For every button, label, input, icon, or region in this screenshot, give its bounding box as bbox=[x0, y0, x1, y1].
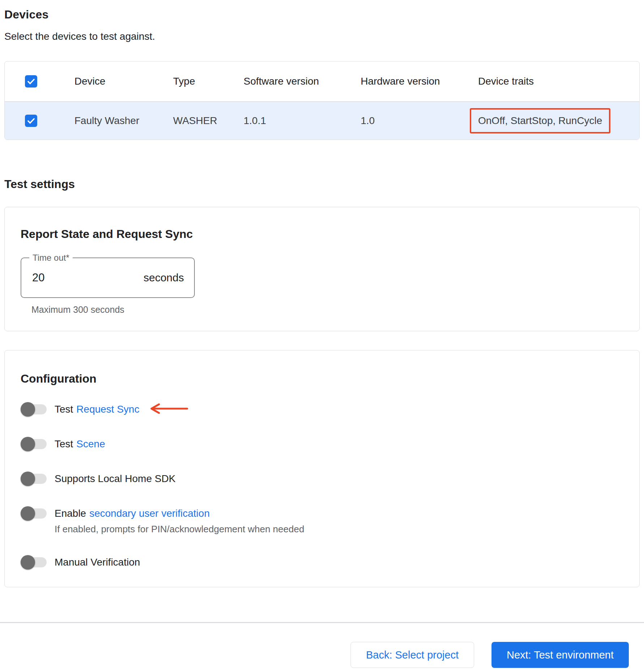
device-traits-value: OnOff, StartStop, RunCycle bbox=[478, 115, 602, 126]
left-arrow-annotation-icon bbox=[149, 402, 189, 417]
check-icon bbox=[26, 77, 36, 86]
page-title: Devices bbox=[4, 8, 640, 21]
annotation-highlight-box: OnOff, StartStop, RunCycle bbox=[470, 108, 610, 133]
footer-divider bbox=[0, 622, 644, 623]
device-name-cell: Faulty Washer bbox=[74, 115, 173, 127]
toggle-row-test-request-sync: Test Request Sync bbox=[21, 402, 623, 417]
timeout-input[interactable] bbox=[31, 271, 104, 285]
toggle-row-test-scene: Test Scene bbox=[21, 437, 623, 451]
toggle-test-request-sync[interactable] bbox=[21, 402, 47, 417]
back-select-project-button[interactable]: Back: Select project bbox=[351, 642, 474, 668]
next-test-environment-button[interactable]: Next: Test environment bbox=[491, 642, 629, 668]
report-state-card-title: Report State and Request Sync bbox=[21, 227, 623, 241]
toggle-thumb bbox=[21, 506, 35, 521]
request-sync-link[interactable]: Request Sync bbox=[76, 404, 139, 415]
device-type-cell: WASHER bbox=[173, 115, 244, 127]
toggle-secondary-user-verification[interactable] bbox=[21, 506, 47, 521]
toggle-thumb bbox=[21, 437, 35, 451]
select-all-checkbox[interactable] bbox=[25, 75, 37, 88]
test-suite-settings-page: Devices Select the devices to test again… bbox=[0, 0, 644, 668]
header-checkbox-cell bbox=[5, 75, 74, 88]
timeout-helper-text: Maximum 300 seconds bbox=[31, 304, 623, 315]
secondary-user-verification-link[interactable]: secondary user verification bbox=[89, 508, 210, 519]
hardware-version-cell: 1.0 bbox=[361, 115, 478, 127]
timeout-unit: seconds bbox=[143, 272, 184, 284]
column-header-device-traits: Device traits bbox=[478, 76, 639, 87]
secondary-verification-description: If enabled, prompts for PIN/acknowledgem… bbox=[55, 524, 623, 535]
device-traits-cell: OnOff, StartStop, RunCycle bbox=[478, 108, 639, 133]
toggle-thumb bbox=[21, 402, 35, 417]
page-subtitle: Select the devices to test against. bbox=[4, 31, 640, 42]
wizard-footer: Back: Select project Next: Test environm… bbox=[4, 642, 629, 668]
toggle-thumb bbox=[21, 472, 35, 486]
toggle-label: Test Scene bbox=[55, 438, 105, 450]
toggle-thumb bbox=[21, 555, 35, 570]
device-row-checkbox[interactable] bbox=[25, 115, 37, 127]
timeout-field: Time out* seconds bbox=[21, 257, 195, 298]
test-settings-heading: Test settings bbox=[4, 178, 640, 191]
device-table-row: Faulty Washer WASHER 1.0.1 1.0 OnOff, St… bbox=[5, 102, 639, 140]
toggle-manual-verification[interactable] bbox=[21, 555, 47, 570]
toggle-label: Test Request Sync bbox=[55, 404, 139, 415]
toggle-row-manual-verification: Manual Verification bbox=[21, 555, 623, 570]
toggle-row-local-home-sdk: Supports Local Home SDK bbox=[21, 472, 623, 486]
toggle-test-scene[interactable] bbox=[21, 437, 47, 451]
toggle-label: Supports Local Home SDK bbox=[55, 473, 176, 485]
row-checkbox-cell bbox=[5, 115, 74, 127]
scene-link[interactable]: Scene bbox=[76, 438, 105, 450]
report-state-card: Report State and Request Sync Time out* … bbox=[4, 207, 640, 331]
toggle-label: Manual Verification bbox=[55, 557, 140, 568]
toggle-row-secondary-verification: Enable secondary user verification bbox=[21, 506, 623, 521]
devices-table-header-row: Device Type Software version Hardware ve… bbox=[5, 61, 639, 102]
column-header-software-version: Software version bbox=[244, 76, 361, 87]
toggle-label: Enable secondary user verification bbox=[55, 508, 210, 519]
check-icon bbox=[26, 116, 36, 125]
configuration-card-title: Configuration bbox=[21, 372, 623, 385]
software-version-cell: 1.0.1 bbox=[244, 115, 361, 127]
column-header-device: Device bbox=[74, 76, 173, 87]
toggle-block-secondary-verification: Enable secondary user verification If en… bbox=[21, 506, 623, 535]
timeout-field-label: Time out* bbox=[29, 253, 73, 263]
column-header-hardware-version: Hardware version bbox=[361, 76, 478, 87]
column-header-type: Type bbox=[173, 76, 244, 87]
devices-table: Device Type Software version Hardware ve… bbox=[4, 61, 640, 140]
toggle-supports-local-home-sdk[interactable] bbox=[21, 472, 47, 486]
configuration-card: Configuration Test Request Sync bbox=[4, 350, 640, 587]
